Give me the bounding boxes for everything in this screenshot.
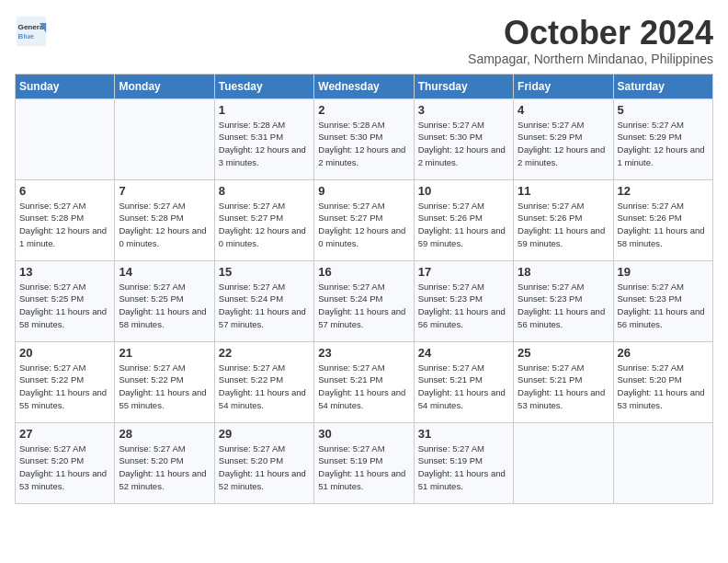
svg-text:Blue: Blue xyxy=(18,32,35,40)
day-info: Sunrise: 5:27 AM Sunset: 5:28 PM Dayligh… xyxy=(19,200,110,250)
day-info: Sunrise: 5:27 AM Sunset: 5:28 PM Dayligh… xyxy=(119,200,210,250)
day-info: Sunrise: 5:27 AM Sunset: 5:25 PM Dayligh… xyxy=(119,281,210,331)
day-number: 22 xyxy=(219,346,310,360)
day-number: 11 xyxy=(518,184,609,198)
day-number: 3 xyxy=(418,103,509,117)
calendar-cell: 4Sunrise: 5:27 AM Sunset: 5:29 PM Daylig… xyxy=(514,98,613,179)
calendar-cell: 6Sunrise: 5:27 AM Sunset: 5:28 PM Daylig… xyxy=(16,179,115,260)
day-number: 20 xyxy=(19,346,110,360)
calendar-cell: 2Sunrise: 5:28 AM Sunset: 5:30 PM Daylig… xyxy=(314,98,414,179)
day-of-week-header: Tuesday xyxy=(214,74,313,98)
calendar-cell: 15Sunrise: 5:27 AM Sunset: 5:24 PM Dayli… xyxy=(214,260,313,341)
calendar-cell: 24Sunrise: 5:27 AM Sunset: 5:21 PM Dayli… xyxy=(414,341,513,422)
calendar-week-row: 1Sunrise: 5:28 AM Sunset: 5:31 PM Daylig… xyxy=(16,98,713,179)
subtitle: Sampagar, Northern Mindanao, Philippines xyxy=(468,52,713,66)
day-info: Sunrise: 5:27 AM Sunset: 5:30 PM Dayligh… xyxy=(418,119,509,169)
calendar-table: SundayMondayTuesdayWednesdayThursdayFrid… xyxy=(15,74,713,504)
calendar-cell: 20Sunrise: 5:27 AM Sunset: 5:22 PM Dayli… xyxy=(16,341,115,422)
calendar-cell: 13Sunrise: 5:27 AM Sunset: 5:25 PM Dayli… xyxy=(16,260,115,341)
day-info: Sunrise: 5:27 AM Sunset: 5:20 PM Dayligh… xyxy=(19,442,110,493)
calendar-cell: 9Sunrise: 5:27 AM Sunset: 5:27 PM Daylig… xyxy=(314,179,414,260)
day-info: Sunrise: 5:27 AM Sunset: 5:25 PM Dayligh… xyxy=(19,281,110,331)
calendar-week-row: 13Sunrise: 5:27 AM Sunset: 5:25 PM Dayli… xyxy=(16,260,713,341)
day-info: Sunrise: 5:27 AM Sunset: 5:20 PM Dayligh… xyxy=(219,442,310,493)
calendar-body: 1Sunrise: 5:28 AM Sunset: 5:31 PM Daylig… xyxy=(16,98,713,503)
day-info: Sunrise: 5:27 AM Sunset: 5:26 PM Dayligh… xyxy=(518,200,609,250)
calendar-cell: 10Sunrise: 5:27 AM Sunset: 5:26 PM Dayli… xyxy=(414,179,513,260)
day-number: 26 xyxy=(618,346,709,360)
calendar-week-row: 20Sunrise: 5:27 AM Sunset: 5:22 PM Dayli… xyxy=(16,341,713,422)
day-number: 2 xyxy=(318,103,409,117)
day-number: 31 xyxy=(418,427,509,441)
day-of-week-header: Thursday xyxy=(414,74,513,98)
logo-icon: General Blue xyxy=(15,15,48,48)
day-number: 25 xyxy=(518,346,609,360)
calendar-cell xyxy=(613,422,712,503)
day-info: Sunrise: 5:27 AM Sunset: 5:22 PM Dayligh… xyxy=(219,362,310,412)
day-info: Sunrise: 5:27 AM Sunset: 5:19 PM Dayligh… xyxy=(418,442,509,493)
day-number: 23 xyxy=(318,346,409,360)
day-of-week-header: Saturday xyxy=(613,74,712,98)
day-info: Sunrise: 5:27 AM Sunset: 5:23 PM Dayligh… xyxy=(418,281,509,331)
logo: General Blue xyxy=(15,15,48,48)
calendar-week-row: 6Sunrise: 5:27 AM Sunset: 5:28 PM Daylig… xyxy=(16,179,713,260)
day-info: Sunrise: 5:27 AM Sunset: 5:23 PM Dayligh… xyxy=(518,281,609,331)
day-number: 27 xyxy=(19,427,110,441)
day-info: Sunrise: 5:27 AM Sunset: 5:20 PM Dayligh… xyxy=(618,362,709,412)
day-number: 15 xyxy=(219,265,310,279)
day-info: Sunrise: 5:27 AM Sunset: 5:19 PM Dayligh… xyxy=(318,442,409,493)
day-number: 12 xyxy=(618,184,709,198)
calendar-cell: 17Sunrise: 5:27 AM Sunset: 5:23 PM Dayli… xyxy=(414,260,513,341)
day-info: Sunrise: 5:27 AM Sunset: 5:22 PM Dayligh… xyxy=(19,362,110,412)
day-number: 5 xyxy=(618,103,709,117)
calendar-cell: 11Sunrise: 5:27 AM Sunset: 5:26 PM Dayli… xyxy=(514,179,613,260)
day-info: Sunrise: 5:27 AM Sunset: 5:21 PM Dayligh… xyxy=(418,362,509,412)
day-number: 8 xyxy=(219,184,310,198)
day-number: 10 xyxy=(418,184,509,198)
calendar-cell: 16Sunrise: 5:27 AM Sunset: 5:24 PM Dayli… xyxy=(314,260,414,341)
day-number: 30 xyxy=(318,427,409,441)
calendar-cell: 30Sunrise: 5:27 AM Sunset: 5:19 PM Dayli… xyxy=(314,422,414,503)
day-info: Sunrise: 5:27 AM Sunset: 5:21 PM Dayligh… xyxy=(518,362,609,412)
calendar-cell xyxy=(115,98,214,179)
day-info: Sunrise: 5:27 AM Sunset: 5:26 PM Dayligh… xyxy=(418,200,509,250)
day-number: 29 xyxy=(219,427,310,441)
day-info: Sunrise: 5:27 AM Sunset: 5:23 PM Dayligh… xyxy=(618,281,709,331)
calendar-cell: 23Sunrise: 5:27 AM Sunset: 5:21 PM Dayli… xyxy=(314,341,414,422)
calendar-week-row: 27Sunrise: 5:27 AM Sunset: 5:20 PM Dayli… xyxy=(16,422,713,503)
day-number: 17 xyxy=(418,265,509,279)
day-info: Sunrise: 5:27 AM Sunset: 5:22 PM Dayligh… xyxy=(119,362,210,412)
day-info: Sunrise: 5:27 AM Sunset: 5:26 PM Dayligh… xyxy=(618,200,709,250)
day-info: Sunrise: 5:27 AM Sunset: 5:24 PM Dayligh… xyxy=(318,281,409,331)
calendar-cell: 25Sunrise: 5:27 AM Sunset: 5:21 PM Dayli… xyxy=(514,341,613,422)
calendar-cell: 1Sunrise: 5:28 AM Sunset: 5:31 PM Daylig… xyxy=(214,98,313,179)
calendar-cell: 29Sunrise: 5:27 AM Sunset: 5:20 PM Dayli… xyxy=(214,422,313,503)
calendar-cell: 26Sunrise: 5:27 AM Sunset: 5:20 PM Dayli… xyxy=(613,341,712,422)
day-info: Sunrise: 5:27 AM Sunset: 5:24 PM Dayligh… xyxy=(219,281,310,331)
day-number: 9 xyxy=(318,184,409,198)
calendar-cell: 28Sunrise: 5:27 AM Sunset: 5:20 PM Dayli… xyxy=(115,422,214,503)
calendar-cell: 22Sunrise: 5:27 AM Sunset: 5:22 PM Dayli… xyxy=(214,341,313,422)
calendar-cell: 18Sunrise: 5:27 AM Sunset: 5:23 PM Dayli… xyxy=(514,260,613,341)
page-header: General Blue October 2024 Sampagar, Nort… xyxy=(15,15,713,66)
day-number: 13 xyxy=(19,265,110,279)
day-info: Sunrise: 5:28 AM Sunset: 5:30 PM Dayligh… xyxy=(318,119,409,169)
day-info: Sunrise: 5:27 AM Sunset: 5:21 PM Dayligh… xyxy=(318,362,409,412)
day-number: 7 xyxy=(119,184,210,198)
day-info: Sunrise: 5:28 AM Sunset: 5:31 PM Dayligh… xyxy=(219,119,310,169)
calendar-header-row: SundayMondayTuesdayWednesdayThursdayFrid… xyxy=(16,74,713,98)
month-title: October 2024 xyxy=(468,15,713,52)
calendar-cell xyxy=(16,98,115,179)
day-of-week-header: Wednesday xyxy=(314,74,414,98)
day-info: Sunrise: 5:27 AM Sunset: 5:20 PM Dayligh… xyxy=(119,442,210,493)
day-info: Sunrise: 5:27 AM Sunset: 5:29 PM Dayligh… xyxy=(618,119,709,169)
calendar-cell: 31Sunrise: 5:27 AM Sunset: 5:19 PM Dayli… xyxy=(414,422,513,503)
calendar-cell: 27Sunrise: 5:27 AM Sunset: 5:20 PM Dayli… xyxy=(16,422,115,503)
day-number: 24 xyxy=(418,346,509,360)
day-of-week-header: Sunday xyxy=(16,74,115,98)
calendar-cell: 19Sunrise: 5:27 AM Sunset: 5:23 PM Dayli… xyxy=(613,260,712,341)
day-number: 14 xyxy=(119,265,210,279)
calendar-cell xyxy=(514,422,613,503)
calendar-cell: 21Sunrise: 5:27 AM Sunset: 5:22 PM Dayli… xyxy=(115,341,214,422)
day-number: 18 xyxy=(518,265,609,279)
